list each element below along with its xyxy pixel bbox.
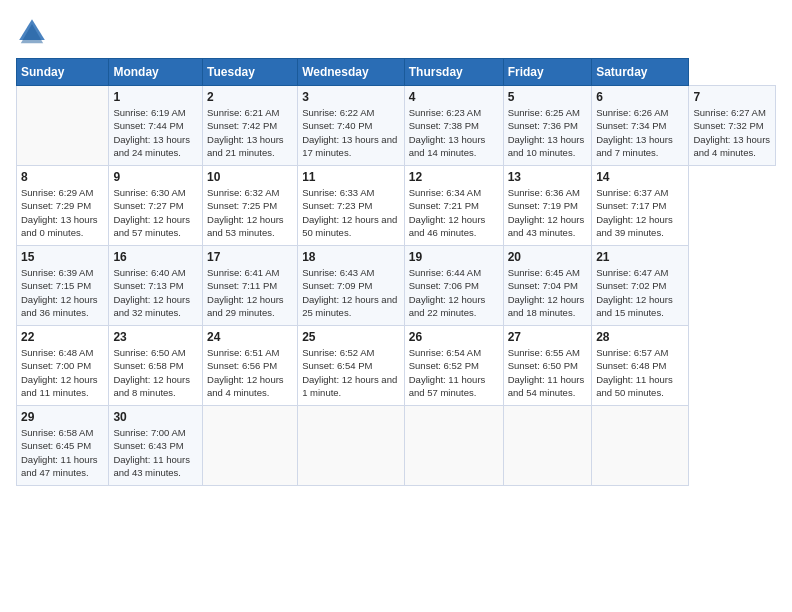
- page: SundayMondayTuesdayWednesdayThursdayFrid…: [0, 0, 792, 612]
- day-number: 10: [207, 170, 293, 184]
- day-info: Sunrise: 6:52 AMSunset: 6:54 PMDaylight:…: [302, 346, 400, 399]
- day-info: Sunrise: 6:54 AMSunset: 6:52 PMDaylight:…: [409, 346, 499, 399]
- calendar-cell: 14Sunrise: 6:37 AMSunset: 7:17 PMDayligh…: [592, 166, 689, 246]
- calendar-cell: 21Sunrise: 6:47 AMSunset: 7:02 PMDayligh…: [592, 246, 689, 326]
- calendar-cell: 20Sunrise: 6:45 AMSunset: 7:04 PMDayligh…: [503, 246, 592, 326]
- calendar-week-row: 1Sunrise: 6:19 AMSunset: 7:44 PMDaylight…: [17, 86, 776, 166]
- calendar-cell: 12Sunrise: 6:34 AMSunset: 7:21 PMDayligh…: [404, 166, 503, 246]
- calendar-cell: [592, 406, 689, 486]
- weekday-header-thursday: Thursday: [404, 59, 503, 86]
- calendar-cell: 15Sunrise: 6:39 AMSunset: 7:15 PMDayligh…: [17, 246, 109, 326]
- calendar-week-row: 22Sunrise: 6:48 AMSunset: 7:00 PMDayligh…: [17, 326, 776, 406]
- day-info: Sunrise: 6:23 AMSunset: 7:38 PMDaylight:…: [409, 106, 499, 159]
- calendar-cell: 8Sunrise: 6:29 AMSunset: 7:29 PMDaylight…: [17, 166, 109, 246]
- day-number: 9: [113, 170, 198, 184]
- day-number: 20: [508, 250, 588, 264]
- day-info: Sunrise: 6:36 AMSunset: 7:19 PMDaylight:…: [508, 186, 588, 239]
- day-number: 22: [21, 330, 104, 344]
- calendar-cell: 25Sunrise: 6:52 AMSunset: 6:54 PMDayligh…: [298, 326, 405, 406]
- day-number: 7: [693, 90, 771, 104]
- day-number: 29: [21, 410, 104, 424]
- day-info: Sunrise: 6:19 AMSunset: 7:44 PMDaylight:…: [113, 106, 198, 159]
- day-info: Sunrise: 6:58 AMSunset: 6:45 PMDaylight:…: [21, 426, 104, 479]
- calendar-cell: 23Sunrise: 6:50 AMSunset: 6:58 PMDayligh…: [109, 326, 203, 406]
- day-info: Sunrise: 6:51 AMSunset: 6:56 PMDaylight:…: [207, 346, 293, 399]
- weekday-header-friday: Friday: [503, 59, 592, 86]
- day-number: 23: [113, 330, 198, 344]
- weekday-header-row: SundayMondayTuesdayWednesdayThursdayFrid…: [17, 59, 776, 86]
- calendar-week-row: 15Sunrise: 6:39 AMSunset: 7:15 PMDayligh…: [17, 246, 776, 326]
- day-info: Sunrise: 6:22 AMSunset: 7:40 PMDaylight:…: [302, 106, 400, 159]
- day-info: Sunrise: 6:30 AMSunset: 7:27 PMDaylight:…: [113, 186, 198, 239]
- day-info: Sunrise: 6:34 AMSunset: 7:21 PMDaylight:…: [409, 186, 499, 239]
- weekday-header-saturday: Saturday: [592, 59, 689, 86]
- calendar-cell: 6Sunrise: 6:26 AMSunset: 7:34 PMDaylight…: [592, 86, 689, 166]
- calendar-cell: 7Sunrise: 6:27 AMSunset: 7:32 PMDaylight…: [689, 86, 776, 166]
- calendar-cell: 5Sunrise: 6:25 AMSunset: 7:36 PMDaylight…: [503, 86, 592, 166]
- calendar-cell: 22Sunrise: 6:48 AMSunset: 7:00 PMDayligh…: [17, 326, 109, 406]
- day-info: Sunrise: 6:44 AMSunset: 7:06 PMDaylight:…: [409, 266, 499, 319]
- calendar-week-row: 29Sunrise: 6:58 AMSunset: 6:45 PMDayligh…: [17, 406, 776, 486]
- calendar-cell: 1Sunrise: 6:19 AMSunset: 7:44 PMDaylight…: [109, 86, 203, 166]
- day-number: 30: [113, 410, 198, 424]
- day-info: Sunrise: 6:33 AMSunset: 7:23 PMDaylight:…: [302, 186, 400, 239]
- day-number: 16: [113, 250, 198, 264]
- calendar-cell: [17, 86, 109, 166]
- day-number: 3: [302, 90, 400, 104]
- logo-icon: [16, 16, 48, 48]
- day-number: 4: [409, 90, 499, 104]
- weekday-header-wednesday: Wednesday: [298, 59, 405, 86]
- calendar-cell: 27Sunrise: 6:55 AMSunset: 6:50 PMDayligh…: [503, 326, 592, 406]
- calendar-cell: 29Sunrise: 6:58 AMSunset: 6:45 PMDayligh…: [17, 406, 109, 486]
- weekday-header-monday: Monday: [109, 59, 203, 86]
- calendar-cell: 13Sunrise: 6:36 AMSunset: 7:19 PMDayligh…: [503, 166, 592, 246]
- calendar-cell: 17Sunrise: 6:41 AMSunset: 7:11 PMDayligh…: [203, 246, 298, 326]
- day-number: 19: [409, 250, 499, 264]
- day-info: Sunrise: 6:43 AMSunset: 7:09 PMDaylight:…: [302, 266, 400, 319]
- calendar-cell: 2Sunrise: 6:21 AMSunset: 7:42 PMDaylight…: [203, 86, 298, 166]
- day-number: 14: [596, 170, 684, 184]
- calendar-cell: 18Sunrise: 6:43 AMSunset: 7:09 PMDayligh…: [298, 246, 405, 326]
- calendar-week-row: 8Sunrise: 6:29 AMSunset: 7:29 PMDaylight…: [17, 166, 776, 246]
- header: [16, 16, 776, 48]
- calendar-cell: [298, 406, 405, 486]
- calendar-cell: 3Sunrise: 6:22 AMSunset: 7:40 PMDaylight…: [298, 86, 405, 166]
- calendar-table: SundayMondayTuesdayWednesdayThursdayFrid…: [16, 58, 776, 486]
- calendar-cell: 24Sunrise: 6:51 AMSunset: 6:56 PMDayligh…: [203, 326, 298, 406]
- calendar-cell: 26Sunrise: 6:54 AMSunset: 6:52 PMDayligh…: [404, 326, 503, 406]
- day-number: 12: [409, 170, 499, 184]
- day-number: 2: [207, 90, 293, 104]
- day-info: Sunrise: 6:47 AMSunset: 7:02 PMDaylight:…: [596, 266, 684, 319]
- day-number: 18: [302, 250, 400, 264]
- day-info: Sunrise: 6:26 AMSunset: 7:34 PMDaylight:…: [596, 106, 684, 159]
- day-number: 27: [508, 330, 588, 344]
- calendar-cell: [404, 406, 503, 486]
- calendar-cell: 11Sunrise: 6:33 AMSunset: 7:23 PMDayligh…: [298, 166, 405, 246]
- day-number: 1: [113, 90, 198, 104]
- day-number: 15: [21, 250, 104, 264]
- day-number: 24: [207, 330, 293, 344]
- calendar-cell: 4Sunrise: 6:23 AMSunset: 7:38 PMDaylight…: [404, 86, 503, 166]
- day-info: Sunrise: 6:41 AMSunset: 7:11 PMDaylight:…: [207, 266, 293, 319]
- calendar-cell: 10Sunrise: 6:32 AMSunset: 7:25 PMDayligh…: [203, 166, 298, 246]
- day-info: Sunrise: 6:37 AMSunset: 7:17 PMDaylight:…: [596, 186, 684, 239]
- weekday-header-tuesday: Tuesday: [203, 59, 298, 86]
- day-info: Sunrise: 6:48 AMSunset: 7:00 PMDaylight:…: [21, 346, 104, 399]
- day-info: Sunrise: 7:00 AMSunset: 6:43 PMDaylight:…: [113, 426, 198, 479]
- day-info: Sunrise: 6:25 AMSunset: 7:36 PMDaylight:…: [508, 106, 588, 159]
- day-info: Sunrise: 6:45 AMSunset: 7:04 PMDaylight:…: [508, 266, 588, 319]
- logo: [16, 16, 50, 48]
- day-info: Sunrise: 6:32 AMSunset: 7:25 PMDaylight:…: [207, 186, 293, 239]
- day-info: Sunrise: 6:57 AMSunset: 6:48 PMDaylight:…: [596, 346, 684, 399]
- day-info: Sunrise: 6:40 AMSunset: 7:13 PMDaylight:…: [113, 266, 198, 319]
- day-info: Sunrise: 6:55 AMSunset: 6:50 PMDaylight:…: [508, 346, 588, 399]
- day-number: 28: [596, 330, 684, 344]
- weekday-header-sunday: Sunday: [17, 59, 109, 86]
- calendar-cell: [503, 406, 592, 486]
- day-number: 5: [508, 90, 588, 104]
- calendar-cell: 19Sunrise: 6:44 AMSunset: 7:06 PMDayligh…: [404, 246, 503, 326]
- day-info: Sunrise: 6:50 AMSunset: 6:58 PMDaylight:…: [113, 346, 198, 399]
- day-info: Sunrise: 6:39 AMSunset: 7:15 PMDaylight:…: [21, 266, 104, 319]
- day-number: 26: [409, 330, 499, 344]
- calendar-cell: 16Sunrise: 6:40 AMSunset: 7:13 PMDayligh…: [109, 246, 203, 326]
